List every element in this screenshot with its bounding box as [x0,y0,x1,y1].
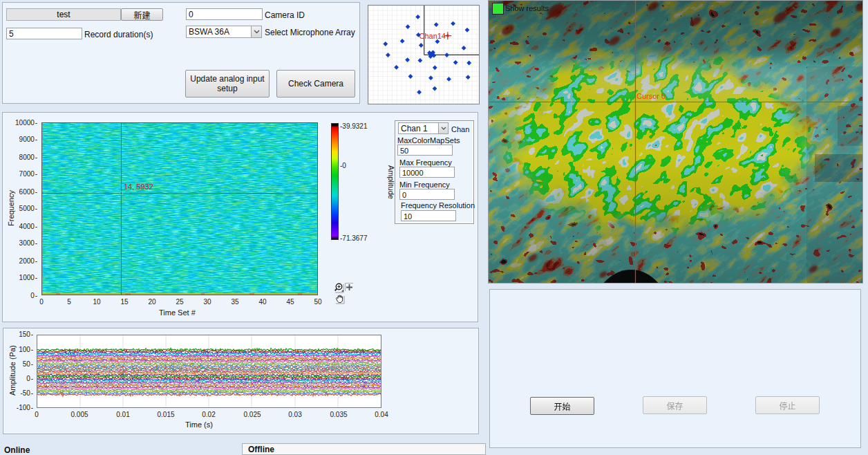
svg-text:Cursor 0: Cursor 0 [636,92,666,100]
svg-text:Chan14: Chan14 [419,32,446,40]
svg-text:14, 5932: 14, 5932 [124,183,153,191]
